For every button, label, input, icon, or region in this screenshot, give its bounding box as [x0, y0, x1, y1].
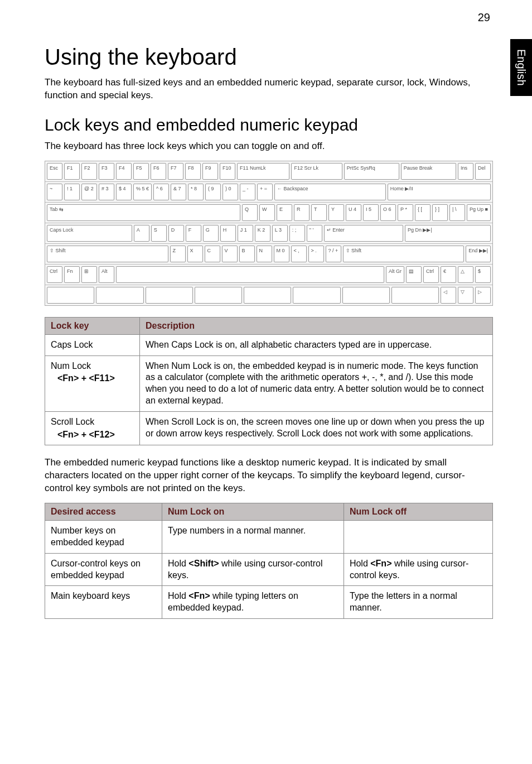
keyboard-key: F8 — [185, 163, 201, 180]
keyboard-key: F6 — [151, 163, 166, 180]
page-number: 29 — [478, 11, 490, 24]
intro-paragraph: The keyboard has full-sized keys and an … — [45, 76, 493, 102]
table-cell: Type the letters in a normal manner. — [344, 586, 492, 619]
keyboard-key: M 0 — [274, 246, 289, 262]
table-header: Num Lock on — [162, 503, 344, 521]
table-cell: Hold <Fn> while using cursor-control key… — [344, 553, 492, 586]
keyboard-key: € — [441, 266, 456, 283]
keyboard-key: ~ — [47, 184, 62, 200]
keyboard-key — [391, 287, 439, 304]
table-cell-desc: When Scroll Lock is on, the screen moves… — [140, 411, 493, 445]
language-tab: English — [510, 39, 532, 96]
keyboard-key — [342, 287, 390, 304]
keyboard-key: ? / + — [326, 246, 341, 262]
keyboard-key: ^ 6 — [153, 184, 169, 200]
keyboard-key: ◁ — [441, 287, 456, 304]
keyboard-key: ⊞ — [81, 266, 97, 283]
keyboard-key: ▷ — [475, 287, 491, 304]
page-title: Using the keyboard — [45, 45, 493, 70]
keyboard-key: $ — [475, 266, 491, 283]
mid-paragraph: The embedded numeric keypad functions li… — [45, 457, 493, 495]
table-cell: Number keys on embedded keypad — [45, 521, 162, 554]
keyboard-key: Esc — [47, 163, 62, 180]
keyboard-key — [293, 287, 340, 304]
keyboard-key: + = — [257, 184, 273, 200]
table-header: Desired access — [45, 503, 162, 521]
keyboard-key: } ] — [432, 204, 448, 221]
lock-keys-table: Lock key Description Caps LockWhen Caps … — [45, 317, 493, 446]
keyboard-key: G — [203, 225, 219, 242]
keyboard-key: & 7 — [171, 184, 186, 200]
keyboard-key: J 1 — [238, 225, 253, 242]
keyboard-key: F12 Scr Lk — [291, 163, 342, 180]
table-cell — [344, 521, 492, 554]
keyboard-key: F11 NumLk — [237, 163, 289, 180]
keyboard-key: ! 1 — [64, 184, 80, 200]
keyboard-key: : ; — [289, 225, 305, 242]
keyboard-key: ▽ — [458, 287, 473, 304]
keyboard-key: @ 2 — [81, 184, 97, 200]
keyboard-key: F1 — [64, 163, 80, 180]
table-header: Lock key — [45, 317, 140, 334]
keyboard-key — [195, 287, 242, 304]
keyboard-diagram: EscF1F2F3F4F5F6F7F8F9F10F11 NumLkF12 Scr… — [45, 161, 493, 306]
keyboard-key: U 4 — [346, 204, 361, 221]
keyboard-key: W — [259, 204, 275, 221]
keyboard-key: Del — [475, 163, 491, 180]
keyboard-key: End ▶▶| — [466, 246, 491, 262]
keyboard-key — [96, 287, 143, 304]
table-cell-key: Caps Lock — [45, 334, 140, 355]
keyboard-key: F5 — [133, 163, 149, 180]
keyboard-key: Pg Dn ▶▶| — [405, 225, 491, 242]
table-cell: Hold <Shift> while using cursor-control … — [162, 553, 344, 586]
keyboard-key: Q — [242, 204, 258, 221]
keyboard-key: ( 9 — [205, 184, 221, 200]
keyboard-key: Y — [328, 204, 344, 221]
table-cell: Main keyboard keys — [45, 586, 162, 619]
keyboard-key — [47, 287, 94, 304]
table-cell-key: Scroll Lock<Fn> + <F12> — [45, 411, 140, 445]
table-cell: Type numbers in a normal manner. — [162, 521, 344, 554]
keyboard-key — [116, 266, 384, 283]
table-header: Num Lock off — [344, 503, 492, 521]
keyboard-key: PrtSc SysRq — [344, 163, 399, 180]
keyboard-key: Ctrl — [47, 266, 62, 283]
keyboard-key: # 3 — [99, 184, 114, 200]
keyboard-key: Pause Break — [401, 163, 456, 180]
keyboard-key: < , — [291, 246, 307, 262]
keyboard-key: F10 — [220, 163, 235, 180]
keyboard-key: L 3 — [272, 225, 288, 242]
keyboard-key: Ins — [458, 163, 473, 180]
keyboard-key: F — [186, 225, 201, 242]
table-cell: Hold <Fn> while typing letters on embedd… — [162, 586, 344, 619]
table-header: Description — [140, 317, 493, 334]
keyboard-key: C — [205, 246, 220, 262]
keyboard-key: D — [168, 225, 184, 242]
keyboard-key: Caps Lock — [47, 225, 132, 242]
keyboard-key: ⇧ Shift — [47, 246, 168, 262]
keyboard-key: ▤ — [406, 266, 422, 283]
keyboard-key: X — [187, 246, 203, 262]
keyboard-key: A — [134, 225, 149, 242]
keyboard-key: F9 — [202, 163, 218, 180]
keyboard-key: Ctrl — [423, 266, 439, 283]
keyboard-key: Alt Gr — [386, 266, 404, 283]
keyboard-key: > . — [308, 246, 324, 262]
keyboard-key: Fn — [64, 266, 80, 283]
keyboard-key: I 5 — [363, 204, 379, 221]
keyboard-key: ↵ Enter — [324, 225, 403, 242]
keyboard-key: ← Backspace — [274, 184, 386, 200]
keyboard-key: Z — [170, 246, 186, 262]
keyboard-key: ⇧ Shift — [343, 246, 465, 262]
keyboard-key: S — [151, 225, 167, 242]
keyboard-key: $ 4 — [116, 184, 132, 200]
keyboard-key: E — [277, 204, 292, 221]
keyboard-key: Home ▶/II — [388, 184, 491, 200]
keyboard-key: F7 — [168, 163, 183, 180]
section-title: Lock keys and embedded numeric keypad — [45, 116, 493, 134]
section-intro: The keyboard has three lock keys which y… — [45, 140, 493, 153]
keyboard-key: B — [239, 246, 255, 262]
keyboard-key: F4 — [116, 163, 132, 180]
keyboard-key: " ' — [307, 225, 322, 242]
keyboard-key: _ - — [240, 184, 255, 200]
